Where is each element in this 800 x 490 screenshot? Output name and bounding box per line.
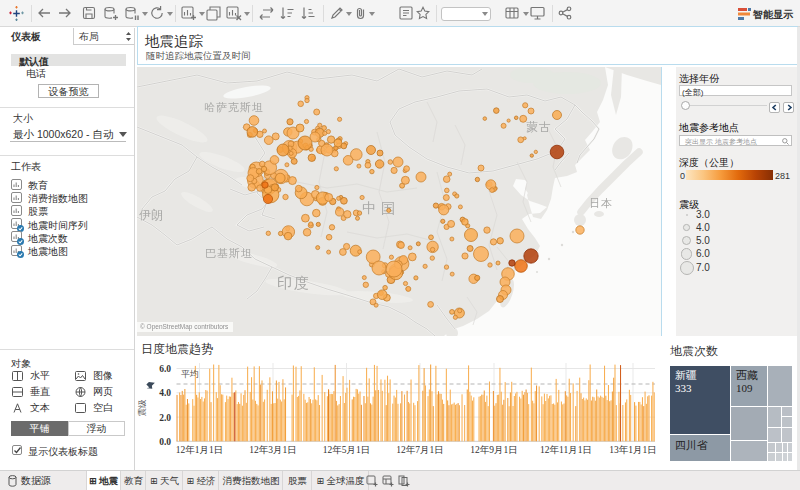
svg-text:12年7月1日: 12年7月1日	[396, 445, 444, 455]
svg-text:12年3月1日: 12年3月1日	[249, 445, 297, 455]
svg-text:13年1月1日: 13年1月1日	[609, 445, 657, 455]
svg-text:中国: 中国	[362, 200, 400, 216]
svg-text:日度地震趋势: 日度地震趋势	[141, 342, 213, 356]
svg-text:12年11月1日: 12年11月1日	[540, 445, 592, 455]
svg-text:© OpenStreetMap contributors: © OpenStreetMap contributors	[140, 323, 229, 331]
svg-text:12年9月1日: 12年9月1日	[470, 445, 518, 455]
svg-text:平均: 平均	[181, 369, 199, 379]
svg-text:蒙古: 蒙古	[526, 120, 552, 134]
svg-text:哈萨克斯坦: 哈萨克斯坦	[204, 101, 264, 113]
svg-text:日本: 日本	[589, 197, 613, 209]
svg-text:12年5月1日: 12年5月1日	[323, 445, 371, 455]
svg-text:伊朗: 伊朗	[139, 208, 163, 222]
svg-text:6.0: 6.0	[159, 364, 171, 374]
svg-text:2.0: 2.0	[159, 413, 171, 423]
svg-text:4.0: 4.0	[159, 388, 171, 398]
svg-text:巴基斯坦: 巴基斯坦	[205, 247, 253, 259]
svg-text:12年1月1日: 12年1月1日	[176, 445, 224, 455]
svg-text:震级: 震级	[137, 399, 147, 417]
svg-text:印度: 印度	[277, 274, 311, 291]
svg-text:0.0: 0.0	[159, 437, 171, 447]
